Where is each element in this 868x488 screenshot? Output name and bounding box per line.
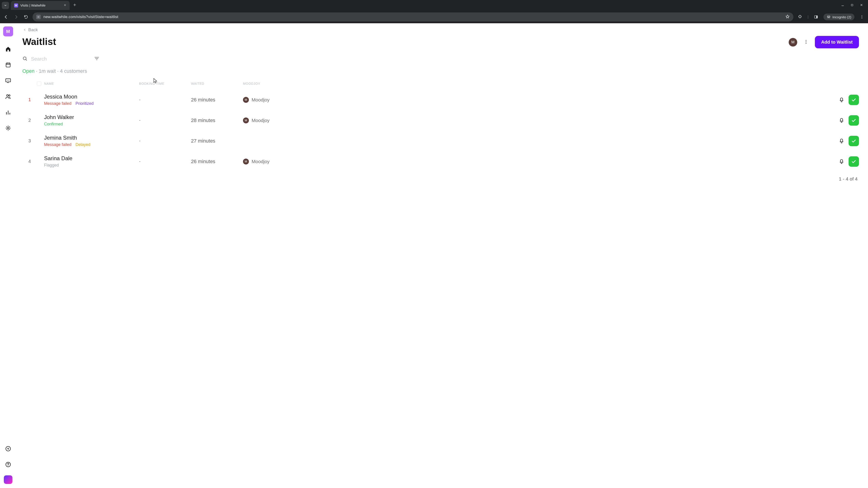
back-link[interactable]: Back — [23, 27, 859, 32]
row-index: 2 — [22, 118, 37, 123]
name-cell: John WalkerConfirmed — [44, 114, 139, 127]
svg-rect-2 — [816, 15, 817, 18]
moodjoy-cell: MMoodjoy — [243, 159, 823, 164]
minimize-icon — [841, 3, 844, 6]
status-tag: Flagged — [44, 163, 59, 168]
main-content: Back Waitlist M Add to Waitlist Open · 1… — [16, 23, 868, 488]
moodjoy-badge: M — [243, 159, 249, 164]
avatar-letter: M — [792, 40, 795, 44]
table-row[interactable]: 4Sarina DaleFlagged-26 minutesMMoodjoy — [22, 151, 859, 172]
nav-account-avatar[interactable] — [4, 475, 12, 484]
tab-search-button[interactable] — [2, 2, 9, 9]
omnibox-url: new.waitwhile.com/visits?visitState=wait… — [43, 15, 118, 19]
nav-settings[interactable] — [3, 123, 13, 133]
page-menu-button[interactable] — [802, 38, 810, 46]
user-avatar[interactable]: M — [789, 38, 797, 46]
customer-name[interactable]: Jemina Smith — [44, 135, 139, 141]
extension-icon — [798, 15, 802, 19]
serve-button[interactable] — [848, 115, 859, 126]
incognito-indicator[interactable]: Incognito (2) — [824, 13, 855, 20]
booking-time: - — [139, 138, 191, 144]
select-all-checkbox[interactable] — [37, 81, 41, 86]
window-close-button[interactable] — [860, 3, 863, 7]
site-controls-icon[interactable] — [36, 15, 41, 19]
window-minimize-button[interactable] — [841, 3, 844, 7]
svg-point-3 — [862, 15, 862, 16]
nav-forward-button[interactable] — [13, 13, 20, 20]
browser-tab[interactable]: W Visits | Waitwhile — [11, 1, 70, 10]
col-moodjoy[interactable]: MOODJOY — [243, 82, 823, 86]
notify-button[interactable] — [839, 138, 844, 144]
name-cell: Sarina DaleFlagged — [44, 155, 139, 168]
status-tag: Delayed — [75, 142, 90, 147]
col-waited[interactable]: WAITED — [191, 82, 243, 86]
table-row[interactable]: 3Jemina SmithMessage failedDelayed-27 mi… — [22, 131, 859, 151]
nav-analytics[interactable] — [3, 107, 13, 117]
waited-time: 28 minutes — [191, 118, 243, 123]
omnibox[interactable]: new.waitwhile.com/visits?visitState=wait… — [33, 12, 794, 22]
col-booking-time[interactable]: BOOKING TIME — [139, 82, 191, 86]
sidepanel-button[interactable] — [813, 13, 819, 20]
nav-customers[interactable] — [3, 92, 13, 101]
table-row[interactable]: 2John WalkerConfirmed-28 minutesMMoodjoy — [22, 110, 859, 131]
status-tags: Confirmed — [44, 122, 139, 127]
bookmark-button[interactable] — [785, 14, 790, 20]
row-index: 3 — [22, 138, 37, 143]
serve-button[interactable] — [848, 95, 859, 105]
filter-button[interactable] — [94, 56, 99, 62]
nav-home[interactable] — [3, 44, 13, 54]
browser-menu-button[interactable] — [859, 13, 865, 20]
row-actions — [823, 136, 859, 146]
back-label: Back — [28, 27, 38, 32]
search-input[interactable] — [31, 56, 90, 62]
notify-button[interactable] — [839, 158, 844, 165]
svg-point-18 — [806, 43, 807, 43]
serve-button[interactable] — [848, 136, 859, 146]
status-tags: Message failedPrioritized — [44, 101, 139, 106]
kebab-icon — [860, 15, 864, 19]
moodjoy-cell: MMoodjoy — [243, 97, 823, 103]
status-tag: Confirmed — [44, 122, 63, 127]
window-maximize-button[interactable] — [850, 3, 854, 7]
app-sidebar: M — [0, 23, 16, 488]
svg-point-12 — [7, 127, 9, 129]
window-controls — [841, 3, 866, 7]
chevron-left-icon — [23, 28, 26, 31]
tab-close-button[interactable] — [64, 3, 66, 7]
col-name[interactable]: NAME — [44, 82, 139, 86]
nav-back-button[interactable] — [3, 13, 9, 20]
toolbar-right-icons: | Incognito (2) — [797, 13, 865, 20]
add-to-waitlist-button[interactable]: Add to Waitlist — [815, 36, 859, 48]
nav-calendar[interactable] — [3, 60, 13, 70]
check-icon — [851, 118, 857, 123]
check-icon — [851, 159, 857, 164]
calendar-icon — [5, 62, 11, 68]
customer-name[interactable]: John Walker — [44, 114, 139, 121]
nav-messages[interactable] — [3, 76, 13, 86]
svg-point-19 — [23, 57, 26, 60]
tab-favicon: W — [14, 3, 18, 7]
page-header: Waitlist M Add to Waitlist — [22, 36, 859, 48]
workspace-tile[interactable]: M — [3, 26, 13, 36]
extensions-button[interactable] — [797, 13, 803, 20]
nav-help[interactable] — [3, 459, 13, 469]
incognito-label: Incognito (2) — [833, 15, 851, 19]
nav-upgrade[interactable] — [3, 444, 13, 454]
svg-point-17 — [806, 41, 807, 42]
svg-point-11 — [8, 95, 10, 96]
check-icon — [851, 138, 857, 144]
tune-icon — [37, 15, 40, 18]
status-tag: Message failed — [44, 101, 71, 106]
notify-button[interactable] — [839, 96, 844, 103]
new-tab-button[interactable] — [71, 3, 78, 8]
waited-time: 27 minutes — [191, 138, 243, 144]
serve-button[interactable] — [848, 156, 859, 167]
arrow-right-icon — [13, 14, 19, 20]
browser-chrome: W Visits | Waitwhile new.waitwhile.com/v… — [0, 0, 868, 23]
notify-button[interactable] — [839, 117, 844, 124]
nav-reload-button[interactable] — [23, 13, 29, 20]
close-icon — [64, 4, 66, 6]
table-row[interactable]: 1Jessica MoonMessage failedPrioritized-2… — [22, 90, 859, 110]
customer-name[interactable]: Jessica Moon — [44, 94, 139, 100]
customer-name[interactable]: Sarina Dale — [44, 155, 139, 162]
